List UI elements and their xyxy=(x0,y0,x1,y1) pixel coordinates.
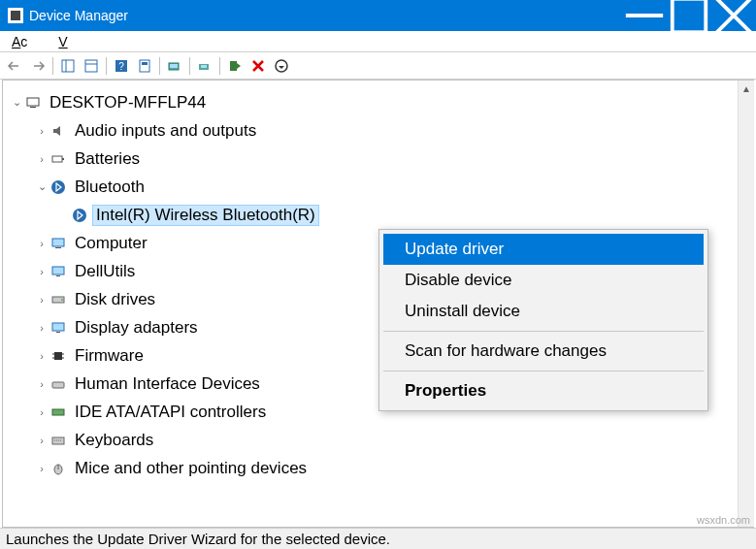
svg-point-29 xyxy=(61,299,63,301)
chevron-right-icon[interactable]: › xyxy=(34,153,49,165)
svg-rect-20 xyxy=(52,156,62,162)
context-menu-separator xyxy=(383,371,704,371)
tree-item-bluetooth[interactable]: ⌄ Bluetooth xyxy=(7,173,753,201)
disk-icon xyxy=(49,292,67,307)
tree-root[interactable]: ⌄ DESKTOP-MFFLP44 xyxy=(7,88,753,116)
chevron-right-icon[interactable]: › xyxy=(34,378,49,390)
ctx-update-driver[interactable]: Update driver xyxy=(383,234,704,265)
chip-icon xyxy=(49,348,67,364)
title-bar: Device Manager xyxy=(0,0,756,31)
maximize-button[interactable] xyxy=(667,0,711,31)
bluetooth-icon xyxy=(49,179,67,195)
back-button[interactable] xyxy=(4,55,25,77)
svg-rect-31 xyxy=(56,332,60,333)
svg-rect-13 xyxy=(170,64,178,68)
ctx-scan-hardware[interactable]: Scan for hardware changes xyxy=(383,336,704,367)
tree-item-mice[interactable]: › Mice and other pointing devices xyxy=(7,454,753,482)
close-button[interactable] xyxy=(711,0,756,31)
uninstall-button[interactable] xyxy=(247,55,269,77)
enable-button[interactable] xyxy=(224,55,246,77)
svg-point-23 xyxy=(73,209,86,222)
svg-rect-25 xyxy=(55,247,61,248)
svg-rect-15 xyxy=(201,65,207,68)
svg-rect-27 xyxy=(56,275,60,276)
tree-item-bluetooth-device[interactable]: Intel(R) Wireless Bluetooth(R) xyxy=(7,201,753,229)
svg-rect-4 xyxy=(62,60,74,72)
ide-icon xyxy=(49,404,67,420)
svg-text:?: ? xyxy=(118,61,124,72)
chevron-down-icon[interactable]: ⌄ xyxy=(9,96,24,109)
chevron-right-icon[interactable]: › xyxy=(34,463,49,474)
disable-button[interactable] xyxy=(271,55,292,77)
minimize-button[interactable] xyxy=(622,0,667,31)
svg-rect-24 xyxy=(52,239,64,246)
svg-rect-19 xyxy=(30,107,36,108)
watermark: wsxdn.com xyxy=(697,514,750,526)
svg-rect-1 xyxy=(673,0,707,32)
svg-rect-11 xyxy=(142,62,148,65)
audio-icon xyxy=(49,123,67,139)
properties-button[interactable] xyxy=(81,55,102,77)
scroll-up-icon[interactable]: ▲ xyxy=(739,81,754,97)
toolbar-separator xyxy=(219,57,220,75)
menu-view[interactable]: V xyxy=(58,34,67,49)
vertical-scrollbar[interactable]: ▲ xyxy=(738,81,754,527)
ctx-properties[interactable]: Properties xyxy=(383,375,704,406)
svg-rect-18 xyxy=(27,98,39,106)
svg-point-22 xyxy=(51,180,65,194)
bluetooth-icon xyxy=(71,208,88,223)
context-menu-separator xyxy=(383,331,704,332)
chevron-right-icon[interactable]: › xyxy=(34,350,49,362)
ctx-disable-device[interactable]: Disable device xyxy=(383,265,704,296)
svg-rect-32 xyxy=(54,352,62,360)
chevron-right-icon[interactable]: › xyxy=(34,406,49,418)
menu-action[interactable]: Ac xyxy=(12,34,27,49)
window-title: Device Manager xyxy=(29,8,622,23)
svg-rect-6 xyxy=(85,60,97,72)
mouse-icon xyxy=(49,461,67,476)
svg-rect-38 xyxy=(52,409,64,415)
chevron-right-icon[interactable]: › xyxy=(34,294,49,306)
tree-root-label: DESKTOP-MFFLP44 xyxy=(46,92,210,113)
tree-item-keyboards[interactable]: › Keyboards xyxy=(7,426,753,454)
chevron-down-icon[interactable]: ⌄ xyxy=(34,180,49,193)
keyboard-icon xyxy=(49,433,67,448)
svg-rect-30 xyxy=(52,323,64,331)
svg-rect-16 xyxy=(230,61,237,71)
update-driver-button[interactable] xyxy=(194,55,215,77)
status-text: Launches the Update Driver Wizard for th… xyxy=(6,531,390,547)
chevron-right-icon[interactable]: › xyxy=(34,322,49,334)
scan-hardware-button[interactable] xyxy=(164,55,185,77)
tree-item-audio[interactable]: › Audio inputs and outputs xyxy=(7,116,753,145)
hid-icon xyxy=(49,376,67,392)
toolbar-separator xyxy=(106,57,107,75)
ctx-uninstall-device[interactable]: Uninstall device xyxy=(383,296,704,327)
show-hide-tree-button[interactable] xyxy=(57,55,79,77)
computer-icon xyxy=(49,236,67,251)
chevron-right-icon[interactable]: › xyxy=(34,125,49,137)
svg-rect-37 xyxy=(52,382,64,388)
app-icon xyxy=(8,8,23,23)
toolbar: ? xyxy=(0,52,756,80)
status-bar: Launches the Update Driver Wizard for th… xyxy=(0,528,756,549)
tree-item-batteries[interactable]: › Batteries xyxy=(7,145,753,173)
toolbar-separator xyxy=(52,57,53,75)
chevron-right-icon[interactable]: › xyxy=(34,266,49,277)
computer-icon xyxy=(24,95,42,111)
toolbar-separator xyxy=(159,57,160,75)
help-topics-button[interactable] xyxy=(134,55,155,77)
toolbar-separator xyxy=(189,57,190,75)
help-button[interactable]: ? xyxy=(111,55,132,77)
monitor-icon xyxy=(49,264,67,279)
svg-rect-21 xyxy=(62,158,64,160)
display-icon xyxy=(49,320,67,336)
chevron-right-icon[interactable]: › xyxy=(34,238,49,249)
context-menu: Update driver Disable device Uninstall d… xyxy=(378,229,708,411)
chevron-right-icon[interactable]: › xyxy=(34,435,49,446)
forward-button[interactable] xyxy=(27,55,49,77)
battery-icon xyxy=(49,151,67,167)
svg-rect-10 xyxy=(140,60,149,72)
svg-rect-26 xyxy=(52,267,64,274)
